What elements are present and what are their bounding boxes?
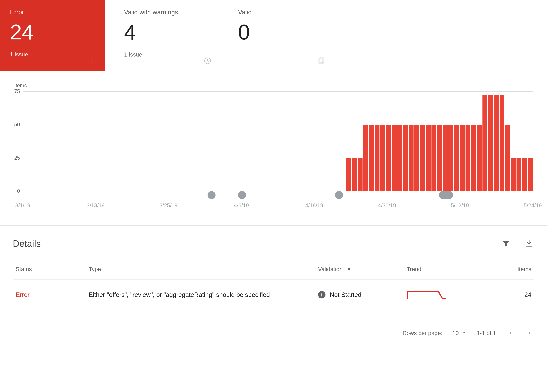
chart-bar[interactable] — [420, 125, 425, 191]
chart-bar[interactable] — [369, 125, 374, 191]
chart-bar[interactable] — [482, 95, 487, 191]
col-items[interactable]: Items — [482, 266, 534, 280]
card-value: 4 — [124, 21, 209, 43]
chart-plot[interactable]: 0255075 — [14, 91, 539, 200]
chart-bar[interactable] — [488, 95, 493, 191]
card-sub: 1 issue — [10, 51, 96, 58]
card-label: Valid — [238, 9, 323, 16]
card-error[interactable]: Error 24 1 issue — [0, 0, 105, 71]
chart-bar[interactable] — [448, 125, 453, 191]
chart-bar[interactable] — [460, 125, 465, 191]
card-value: 24 — [10, 21, 96, 43]
sort-indicator-icon: ▼ — [346, 266, 352, 272]
chart-bar[interactable] — [511, 158, 516, 191]
card-sub: 1 issue — [124, 51, 209, 58]
card-valid-warnings[interactable]: Valid with warnings 4 1 issue — [114, 0, 219, 71]
y-tick-label: 0 — [8, 188, 20, 194]
x-tick-label: 3/25/19 — [159, 203, 178, 209]
chart-bar[interactable] — [522, 158, 527, 191]
chart-bar[interactable] — [403, 125, 408, 191]
download-button[interactable] — [524, 238, 534, 249]
row-validation: i Not Started — [315, 280, 404, 310]
filter-button[interactable] — [501, 238, 511, 249]
table-row[interactable]: Error Either "offers", "review", or "agg… — [13, 280, 534, 310]
col-trend[interactable]: Trend — [404, 266, 482, 280]
pagination-range: 1-1 of 1 — [477, 330, 496, 336]
chart-bar[interactable] — [477, 125, 482, 191]
chart-bar[interactable] — [363, 125, 368, 191]
chart-bar[interactable] — [505, 125, 510, 191]
row-items: 24 — [482, 280, 534, 310]
rows-per-page-select[interactable]: 10 — [452, 330, 467, 336]
chevron-down-icon — [462, 330, 467, 336]
x-tick-label: 5/12/19 — [451, 203, 469, 209]
y-tick-label: 50 — [8, 122, 20, 128]
chart-x-axis: 3/1/193/13/193/25/194/6/194/18/194/30/19… — [23, 203, 533, 211]
chart-bar[interactable] — [437, 125, 442, 191]
row-type: Either "offers", "review", or "aggregate… — [86, 280, 315, 310]
chart-ylabel: Items — [14, 83, 539, 88]
y-tick-label: 25 — [8, 155, 20, 161]
chart-bar[interactable] — [443, 125, 448, 191]
row-trend — [404, 280, 482, 310]
chart-bar[interactable] — [352, 158, 357, 191]
chart-bar[interactable] — [414, 125, 419, 191]
x-tick-label: 4/6/19 — [234, 203, 249, 209]
x-tick-label: 3/13/19 — [87, 203, 105, 209]
chart-bar[interactable] — [454, 125, 459, 191]
col-validation[interactable]: Validation ▼ — [315, 266, 404, 280]
info-icon: i — [318, 291, 326, 298]
chart-bar[interactable] — [517, 158, 521, 191]
col-type[interactable]: Type — [86, 266, 315, 280]
chart-bar[interactable] — [358, 158, 362, 191]
card-valid[interactable]: Valid 0 — [228, 0, 333, 71]
x-tick-label: 4/18/19 — [305, 203, 323, 209]
event-marker[interactable] — [335, 191, 343, 199]
chart-bar[interactable] — [465, 125, 470, 191]
card-label: Valid with warnings — [124, 9, 209, 16]
chart-bar[interactable] — [471, 125, 476, 191]
card-value: 0 — [238, 21, 323, 43]
event-marker[interactable] — [208, 191, 216, 199]
pages-icon — [89, 56, 98, 66]
summary-cards: Error 24 1 issue Valid with warnings 4 1… — [0, 0, 547, 77]
chart-bar[interactable] — [494, 95, 499, 191]
chart-bar[interactable] — [397, 125, 402, 191]
chart-bar[interactable] — [528, 158, 533, 191]
x-tick-label: 5/24/19 — [524, 203, 542, 209]
details-title: Details — [13, 238, 41, 249]
row-status: Error — [13, 280, 86, 310]
event-marker[interactable] — [439, 191, 453, 199]
chart-bar[interactable] — [499, 95, 504, 191]
chart-bar[interactable] — [426, 125, 431, 191]
x-tick-label: 4/30/19 — [378, 203, 396, 209]
details-table: Status Type Validation ▼ Trend Items Err… — [13, 266, 534, 310]
pagination: Rows per page: 10 1-1 of 1 — [0, 318, 547, 346]
chart-bar[interactable] — [346, 158, 351, 191]
items-chart: Items 0255075 3/1/193/13/193/25/194/6/19… — [0, 77, 547, 217]
x-tick-label: 3/1/19 — [15, 203, 30, 209]
y-tick-label: 75 — [8, 88, 20, 95]
col-status[interactable]: Status — [13, 266, 86, 280]
chart-bar[interactable] — [409, 125, 414, 191]
event-marker[interactable] — [238, 191, 246, 199]
card-label: Error — [10, 8, 96, 16]
sparkline-icon — [407, 288, 447, 300]
details-section: Details Status Type Validation ▼ — [0, 226, 547, 318]
rows-per-page-label: Rows per page: — [403, 330, 442, 336]
prev-page-button[interactable] — [506, 329, 515, 338]
chart-bar[interactable] — [375, 125, 379, 191]
chart-bar[interactable] — [386, 125, 391, 191]
chart-bar[interactable] — [392, 125, 397, 191]
next-page-button[interactable] — [525, 329, 534, 338]
chart-bar[interactable] — [380, 125, 385, 191]
clock-icon — [203, 56, 212, 65]
chart-bar[interactable] — [431, 125, 436, 191]
pages-icon — [317, 56, 326, 65]
